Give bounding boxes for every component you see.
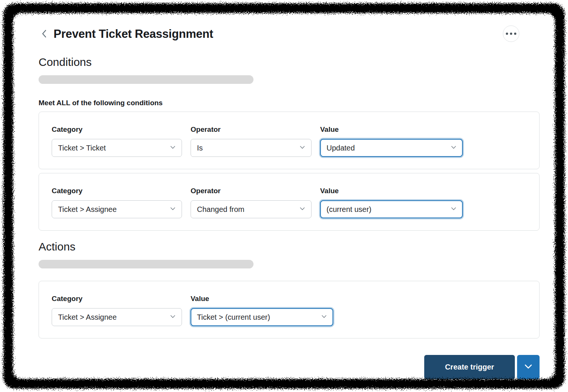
select-value: Ticket > Assignee [58,313,117,322]
footer-actions: Create trigger [39,355,540,379]
chevron-down-icon [321,313,327,322]
back-button[interactable] [41,29,48,40]
condition-2-operator-field: Operator Changed from [191,187,312,218]
condition-2-category-select[interactable]: Ticket > Assignee [52,200,182,218]
condition-row-1: Category Ticket > Ticket Operator Is Val… [39,112,540,169]
page-header: Prevent Ticket Reassignment [39,13,540,41]
chevron-down-icon [170,205,176,214]
create-trigger-button[interactable]: Create trigger [424,355,515,379]
condition-1-value-select[interactable]: Updated [320,139,463,157]
chevron-down-icon [450,205,457,214]
value-label: Value [320,187,463,195]
action-1-category-field: Category Ticket > Assignee [52,295,182,326]
ellipsis-icon [506,33,508,35]
chevron-down-icon [170,144,176,152]
select-value: (current user) [326,205,371,214]
create-trigger-menu-button[interactable] [517,355,540,379]
select-value: Ticket > Ticket [58,144,106,152]
condition-1-value-field: Value Updated [320,125,463,157]
trigger-editor-panel: Prevent Ticket Reassignment Conditions M… [13,13,556,379]
condition-row-2: Category Ticket > Assignee Operator Chan… [39,173,540,231]
chevron-down-icon [523,363,533,371]
actions-skeleton-bar [39,260,253,268]
operator-label: Operator [191,125,312,134]
select-value: Changed from [197,205,244,214]
condition-2-operator-select[interactable]: Changed from [191,200,312,218]
select-value: Ticket > Assignee [58,205,117,214]
chevron-down-icon [450,144,457,152]
conditions-skeleton-bar [39,75,253,84]
condition-1-category-select[interactable]: Ticket > Ticket [52,139,182,157]
actions-heading: Actions [39,240,540,253]
chevron-left-icon [41,29,48,40]
condition-1-operator-field: Operator Is [191,125,312,157]
more-menu-button[interactable] [503,25,519,42]
category-label: Category [52,125,182,134]
category-label: Category [52,295,182,303]
conditions-heading: Conditions [39,56,540,69]
condition-2-category-field: Category Ticket > Assignee [52,187,182,218]
action-row-1: Category Ticket > Assignee Value Ticket … [39,281,540,338]
select-value: Ticket > (current user) [197,313,270,322]
action-1-value-field: Value Ticket > (current user) [191,295,333,326]
operator-label: Operator [191,187,312,195]
value-label: Value [320,125,463,134]
select-value: Updated [326,144,355,152]
condition-2-value-field: Value (current user) [320,187,463,218]
chevron-down-icon [299,205,306,214]
page-title: Prevent Ticket Reassignment [54,27,213,41]
chevron-down-icon [170,313,176,322]
action-1-category-select[interactable]: Ticket > Assignee [52,308,182,326]
condition-1-category-field: Category Ticket > Ticket [52,125,182,157]
value-label: Value [191,295,333,303]
condition-1-operator-select[interactable]: Is [191,139,312,157]
select-value: Is [197,144,203,152]
action-1-value-select[interactable]: Ticket > (current user) [191,308,333,326]
category-label: Category [52,187,182,195]
chevron-down-icon [299,144,306,152]
condition-2-value-select[interactable]: (current user) [320,200,463,218]
conditions-match-text: Meet ALL of the following conditions [39,99,540,107]
